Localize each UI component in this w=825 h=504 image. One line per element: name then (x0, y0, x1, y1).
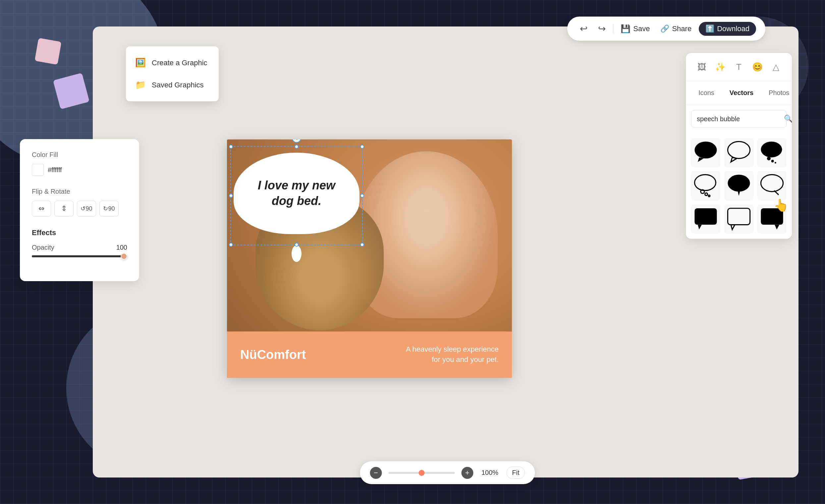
flip-horizontal-button[interactable]: ⇔ (32, 201, 51, 217)
slider-fill (32, 255, 127, 257)
save-icon: 💾 (620, 24, 630, 33)
speech-text-line2: dog bed. (272, 194, 321, 207)
panel-icon-tabs: 🖼 ✨ T 😊 △ (686, 53, 792, 81)
save-button[interactable]: 💾 Save (617, 22, 653, 35)
svg-point-6 (771, 160, 774, 163)
search-bar: 🔍 (691, 110, 786, 128)
content-type-tabs: Icons Vectors Photos Uploads ★ (686, 81, 792, 105)
tab-magic-icon[interactable]: ✨ (713, 60, 728, 74)
right-panel: 🖼 ✨ T 😊 △ Icons Vectors Photos Uploads ★… (686, 53, 792, 239)
saved-graphics-label: Saved Graphics (152, 81, 204, 89)
download-label: Download (717, 24, 749, 33)
saved-graphics-item[interactable]: 📁 Saved Graphics (126, 74, 219, 96)
slider-thumb[interactable] (121, 253, 127, 260)
create-graphic-item[interactable]: 🖼️ Create a Graphic (126, 52, 219, 74)
tab-photos[interactable]: Photos (763, 86, 792, 99)
vector-item-7[interactable] (691, 204, 720, 234)
svg-marker-13 (738, 190, 740, 196)
vector-item-3[interactable] (757, 138, 786, 167)
svg-rect-20 (761, 208, 783, 225)
color-value: #ffffff (48, 166, 62, 174)
vector-item-4[interactable] (691, 171, 720, 200)
color-fill-section: Color Fill #ffffff (32, 151, 127, 176)
rotate-ccw-button[interactable]: ↺90 (77, 201, 96, 217)
flip-rotate-label: Flip & Rotate (32, 188, 127, 195)
share-button[interactable]: 🔗 Share (657, 22, 695, 35)
search-input[interactable] (697, 115, 780, 123)
download-button[interactable]: ⬆️ Download (699, 22, 756, 36)
speech-text-line1: I love my new (258, 178, 335, 192)
dropdown-menu: 🖼️ Create a Graphic 📁 Saved Graphics (126, 47, 219, 101)
speech-bubble-element[interactable]: I love my new dog bed. (234, 153, 360, 245)
tab-emoji-icon[interactable]: 😊 (750, 60, 765, 74)
opacity-value: 100 (116, 244, 127, 251)
svg-rect-16 (694, 208, 717, 225)
vector-grid (686, 133, 792, 239)
create-graphic-icon: 🖼️ (135, 58, 146, 68)
zoom-out-button[interactable]: − (370, 467, 382, 479)
rotate-cw-button[interactable]: ↻90 (99, 201, 119, 217)
vector-item-8[interactable] (724, 204, 753, 234)
zoom-value: 100% (480, 469, 500, 477)
svg-point-14 (761, 174, 783, 191)
svg-point-8 (694, 174, 716, 190)
svg-point-12 (728, 174, 750, 191)
properties-panel: Color Fill #ffffff Flip & Rotate ⇔ ⇕ ↺90… (20, 139, 139, 281)
share-label: Share (672, 24, 691, 33)
search-icon: 🔍 (784, 114, 792, 123)
canvas-banner: NüComfort A heavenly sleep experience fo… (227, 331, 512, 378)
save-label: Save (633, 24, 650, 33)
brand-name: NüComfort (240, 348, 306, 362)
zoom-slider[interactable] (389, 472, 455, 474)
svg-marker-17 (698, 225, 702, 230)
svg-marker-21 (775, 225, 779, 230)
vector-item-5[interactable] (724, 171, 753, 200)
top-toolbar: ↩ ↪ 💾 Save 🔗 Share ⬆️ Download (567, 16, 765, 41)
tab-shape-icon[interactable]: △ (769, 60, 783, 74)
vector-item-1[interactable] (691, 138, 720, 167)
zoom-fit-button[interactable]: Fit (507, 467, 525, 479)
zoom-thumb[interactable] (419, 470, 425, 476)
svg-marker-19 (731, 225, 735, 230)
vector-item-9[interactable] (757, 204, 786, 234)
tab-icons[interactable]: Icons (692, 86, 720, 99)
tab-image-icon[interactable]: 🖼 (694, 60, 709, 74)
svg-point-10 (705, 193, 708, 196)
speech-bubble-tail (292, 245, 301, 262)
flip-vertical-button[interactable]: ⇕ (54, 201, 74, 217)
svg-marker-3 (731, 157, 737, 162)
share-icon: 🔗 (660, 24, 669, 33)
svg-point-4 (761, 142, 782, 157)
tab-text-icon[interactable]: T (732, 60, 746, 74)
opacity-row: Opacity 100 (32, 244, 127, 251)
opacity-label: Opacity (32, 244, 54, 251)
flip-rotate-row: ⇔ ⇕ ↺90 ↻90 (32, 201, 127, 217)
undo-button[interactable]: ↩ (577, 21, 591, 36)
tab-icons-label: Icons (698, 89, 714, 96)
zoom-in-button[interactable]: + (461, 467, 473, 479)
color-fill-row: #ffffff (32, 164, 127, 176)
svg-point-5 (767, 157, 771, 160)
speech-bubble-text: I love my new dog bed. (251, 171, 342, 216)
vector-item-2[interactable] (724, 138, 753, 167)
canvas-tagline: A heavenly sleep experience for you and … (406, 344, 499, 365)
download-icon: ⬆️ (705, 24, 714, 33)
svg-point-7 (775, 162, 776, 164)
tab-vectors[interactable]: Vectors (724, 86, 759, 99)
speech-bubble-shape: I love my new dog bed. (234, 153, 360, 234)
vector-item-6[interactable] (757, 171, 786, 200)
tagline-line1: A heavenly sleep experience (406, 344, 499, 355)
svg-point-0 (694, 142, 717, 158)
color-fill-label: Color Fill (32, 151, 127, 159)
toolbar-divider-1 (613, 24, 613, 34)
color-swatch[interactable] (32, 164, 44, 176)
tab-vectors-label: Vectors (730, 89, 753, 96)
tab-photos-label: Photos (769, 89, 789, 96)
create-graphic-label: Create a Graphic (152, 59, 207, 67)
zoom-toolbar: − + 100% Fit (360, 461, 535, 484)
graphic-canvas[interactable]: I love my new dog bed. ↻ NüComfort A hea… (227, 140, 512, 378)
opacity-slider[interactable] (32, 255, 127, 257)
svg-point-11 (708, 195, 710, 197)
redo-button[interactable]: ↪ (595, 21, 609, 36)
effects-section: Effects Opacity 100 (32, 229, 127, 257)
